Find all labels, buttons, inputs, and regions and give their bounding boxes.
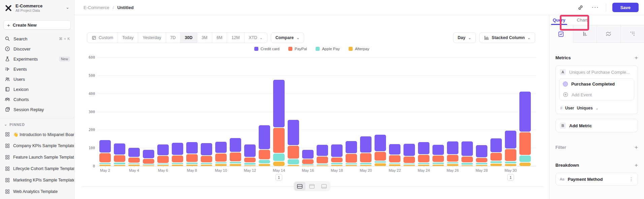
report-type-retention[interactable] (620, 25, 644, 43)
legend-item-afterpay[interactable]: Afterpay (349, 47, 369, 51)
bar-segment-apple-pay[interactable] (476, 163, 487, 164)
layout-split-view-button[interactable] (294, 182, 305, 191)
date-range-12m[interactable]: 12M (227, 33, 244, 43)
bar-segment-paypal[interactable] (432, 156, 444, 162)
bar-segment-credit-card[interactable] (201, 143, 212, 155)
chart-type-dropdown[interactable]: Stacked Column ⌄ (479, 32, 535, 43)
bar-segment-apple-pay[interactable] (99, 163, 111, 164)
bar-segment-paypal[interactable] (375, 152, 386, 161)
chevron-down-icon[interactable]: ⌄ (66, 5, 69, 10)
bar-segment-paypal[interactable] (186, 154, 198, 162)
bar-segment-afterpay[interactable] (346, 165, 357, 166)
bar-segment-apple-pay[interactable] (360, 163, 372, 164)
bar-segment-credit-card[interactable] (288, 120, 299, 145)
bar-segment-credit-card[interactable] (505, 131, 516, 148)
event-row[interactable]: Purchase Completed (559, 79, 634, 89)
sidebar-item-experiments[interactable]: Experiments New (0, 54, 74, 64)
save-button[interactable]: Save (612, 3, 639, 12)
sidebar-item-discover[interactable]: Discover (0, 44, 74, 54)
bar-segment-credit-card[interactable] (331, 144, 343, 157)
bar-segment-apple-pay[interactable] (519, 156, 531, 162)
bar-segment-credit-card[interactable] (99, 140, 111, 153)
bar-segment-paypal[interactable] (360, 153, 372, 163)
date-range-3m[interactable]: 3M (197, 33, 212, 43)
annotation-badge[interactable]: 1 (507, 174, 514, 181)
bar-segment-paypal[interactable] (346, 154, 357, 163)
bar-segment-afterpay[interactable] (317, 165, 328, 166)
bar-segment-paypal[interactable] (302, 159, 314, 164)
bar-segment-apple-pay[interactable] (490, 161, 502, 163)
bar-segment-paypal[interactable] (389, 155, 400, 162)
bar-segment-apple-pay[interactable] (230, 162, 241, 163)
bar-segment-credit-card[interactable] (172, 143, 183, 155)
aggregation-selector[interactable]: Uniques (577, 106, 592, 110)
bar-segment-apple-pay[interactable] (114, 163, 125, 164)
kebab-menu-icon[interactable]: ⋮ (629, 176, 634, 182)
bar-segment-credit-card[interactable] (447, 141, 458, 154)
bar-segment-apple-pay[interactable] (186, 163, 198, 164)
bar-segment-paypal[interactable] (143, 159, 154, 164)
date-range-custom[interactable]: Custom (87, 33, 118, 43)
bar-segment-apple-pay[interactable] (418, 163, 429, 164)
bar-segment-credit-card[interactable] (317, 145, 328, 156)
add-metric-plus-button[interactable]: + (635, 55, 638, 61)
bar-segment-apple-pay[interactable] (288, 159, 299, 164)
bar-segment-afterpay[interactable] (404, 165, 415, 166)
share-link-button[interactable] (576, 3, 585, 12)
bar-segment-credit-card[interactable] (273, 80, 285, 128)
bar-segment-paypal[interactable] (215, 154, 227, 162)
bar-segment-paypal[interactable] (201, 156, 212, 163)
pinned-board-item[interactable]: Feature Launch Sample Template (0, 152, 74, 163)
bar-segment-paypal[interactable] (244, 158, 256, 163)
add-breakdown-plus-button[interactable]: + (635, 162, 638, 168)
sidebar-item-cohorts[interactable]: Cohorts (0, 94, 74, 104)
bar-segment-apple-pay[interactable] (143, 164, 154, 165)
bar-segment-credit-card[interactable] (143, 150, 154, 158)
sidebar-item-events[interactable]: Events (0, 64, 74, 74)
bar-segment-credit-card[interactable] (418, 142, 429, 154)
bar-segment-paypal[interactable] (505, 149, 516, 161)
bar-segment-paypal[interactable] (447, 155, 458, 162)
bar-segment-afterpay[interactable] (259, 164, 270, 166)
sidebar-item-session-replay[interactable]: Session Replay (0, 104, 74, 114)
bar-segment-paypal[interactable] (288, 146, 299, 159)
bar-segment-afterpay[interactable] (375, 163, 386, 166)
tab-query[interactable]: Query (553, 18, 566, 23)
legend-item-credit-card[interactable]: Credit card (254, 47, 280, 51)
layout-chart-only-button[interactable] (306, 182, 318, 191)
bar-segment-apple-pay[interactable] (259, 160, 270, 163)
bar-segment-afterpay[interactable] (201, 165, 212, 166)
date-range-xtd[interactable]: XTD ⌄ (244, 33, 267, 43)
date-range-30d[interactable]: 30D (180, 33, 197, 43)
bar-segment-paypal[interactable] (99, 153, 111, 163)
bar-segment-credit-card[interactable] (432, 145, 444, 155)
bar-segment-credit-card[interactable] (302, 150, 314, 159)
bar-segment-paypal[interactable] (519, 132, 531, 155)
add-event-row[interactable]: Add Event (559, 89, 634, 100)
bar-segment-apple-pay[interactable] (201, 163, 212, 164)
bar-segment-paypal[interactable] (172, 156, 183, 163)
bar-segment-afterpay[interactable] (519, 163, 531, 166)
sidebar-item-lexicon[interactable]: Lexicon (0, 84, 74, 94)
bar-segment-apple-pay[interactable] (302, 164, 314, 165)
bar-segment-credit-card[interactable] (128, 148, 140, 157)
bar-segment-paypal[interactable] (476, 158, 487, 163)
bar-segment-apple-pay[interactable] (375, 161, 386, 163)
add-filter-plus-button[interactable]: + (635, 144, 638, 150)
bar-segment-apple-pay[interactable] (128, 163, 140, 164)
pinned-section-header[interactable]: ⌄ PINNED (0, 121, 74, 129)
pinned-board-item[interactable]: Company KPIs Sample Template (0, 140, 74, 152)
pinned-board-item[interactable]: Web Analytics Template (0, 186, 74, 197)
breakdown-card[interactable]: Aa Payment Method ⋮ (555, 173, 638, 186)
bar-segment-apple-pay[interactable] (346, 163, 357, 164)
bar-segment-credit-card[interactable] (244, 144, 256, 157)
date-range-today[interactable]: Today (118, 33, 138, 43)
bar-segment-credit-card[interactable] (375, 135, 386, 151)
legend-item-paypal[interactable]: PayPal (288, 47, 307, 51)
bar-segment-credit-card[interactable] (346, 141, 357, 153)
bar-segment-paypal[interactable] (331, 158, 343, 162)
bar-segment-apple-pay[interactable] (461, 163, 473, 164)
bar-segment-apple-pay[interactable] (215, 162, 227, 163)
report-type-funnels[interactable] (573, 25, 597, 43)
date-range-yesterday[interactable]: Yesterday (138, 33, 165, 43)
